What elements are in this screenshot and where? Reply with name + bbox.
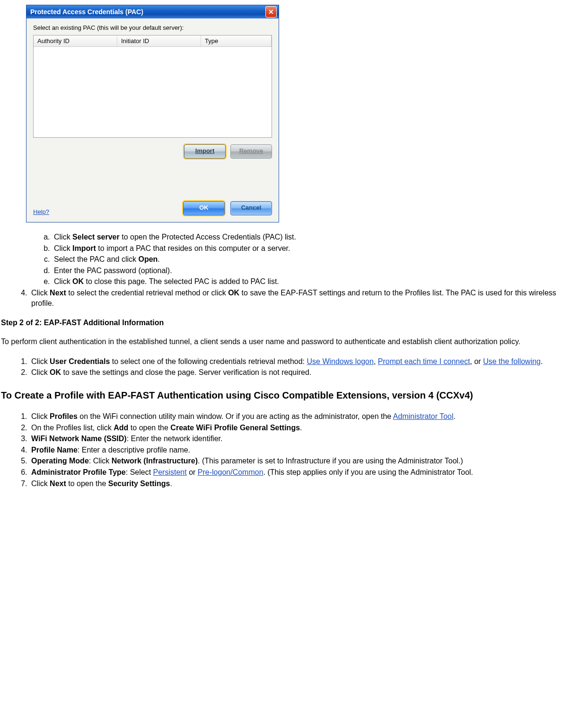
- section-heading-ccxv4: To Create a Profile with EAP-FAST Authen…: [1, 389, 578, 402]
- close-icon[interactable]: ✕: [265, 6, 277, 18]
- list-item: Click Next to open the Security Settings…: [29, 479, 578, 489]
- pac-listbox[interactable]: Authority ID Initiator ID Type: [33, 35, 272, 138]
- list-item: Click User Credentials to select one of …: [29, 356, 578, 367]
- main-list-4: Click Next to select the credential retr…: [1, 288, 578, 308]
- dialog-title: Protected Access Credentials (PAC): [30, 8, 143, 16]
- column-header-row: Authority ID Initiator ID Type: [34, 36, 272, 47]
- step2-list: Click User Credentials to select one of …: [1, 356, 578, 378]
- list-item: Enter the PAC password (optional).: [52, 266, 578, 276]
- list-item: Click Profiles on the WiFi connection ut…: [29, 411, 578, 422]
- col-authority-id[interactable]: Authority ID: [34, 36, 117, 46]
- titlebar: Protected Access Credentials (PAC) ✕: [26, 5, 279, 18]
- link-prelogon-common[interactable]: Pre-logon/Common: [198, 468, 263, 476]
- list-item: Select the PAC and click Open.: [52, 254, 578, 265]
- link-use-windows-logon[interactable]: Use Windows logon: [307, 357, 374, 365]
- pac-sublist: Click Select server to open the Protecte…: [1, 232, 578, 287]
- step2-paragraph: To perform client authentication in the …: [1, 337, 578, 347]
- list-item: Click OK to save the settings and close …: [29, 367, 578, 378]
- dialog-instruction: Select an existing PAC (this will be you…: [33, 24, 272, 31]
- list-item: On the Profiles list, click Add to open …: [29, 423, 578, 433]
- list-item: Click Import to import a PAC that reside…: [52, 243, 578, 254]
- help-link[interactable]: Help?: [33, 208, 49, 215]
- list-item: Operating Mode: Click Network (Infrastru…: [29, 456, 578, 466]
- cancel-button[interactable]: Cancel: [230, 201, 272, 215]
- link-use-following[interactable]: Use the following: [483, 357, 541, 365]
- list-item: Profile Name: Enter a descriptive profil…: [29, 445, 578, 455]
- link-persistent[interactable]: Persistent: [153, 468, 187, 476]
- import-button[interactable]: Import: [184, 144, 226, 159]
- ccxv4-list: Click Profiles on the WiFi connection ut…: [1, 411, 578, 488]
- list-item: Click Next to select the credential retr…: [29, 288, 578, 308]
- ok-button[interactable]: OK: [183, 201, 225, 215]
- link-prompt-each-time[interactable]: Prompt each time I connect: [378, 357, 470, 365]
- col-initiator-id[interactable]: Initiator ID: [117, 36, 201, 46]
- list-item: WiFi Network Name (SSID): Enter the netw…: [29, 434, 578, 444]
- step2-heading: Step 2 of 2: EAP-FAST Additional Informa…: [1, 319, 578, 327]
- col-type[interactable]: Type: [201, 36, 272, 46]
- list-item: Click Select server to open the Protecte…: [52, 232, 578, 242]
- pac-dialog: Protected Access Credentials (PAC) ✕ Sel…: [26, 5, 279, 222]
- list-item: Click OK to close this page. The selecte…: [52, 276, 578, 287]
- remove-button[interactable]: Remove: [230, 144, 272, 159]
- list-item: Administrator Profile Type: Select Persi…: [29, 467, 578, 478]
- link-administrator-tool[interactable]: Administrator Tool: [393, 412, 454, 420]
